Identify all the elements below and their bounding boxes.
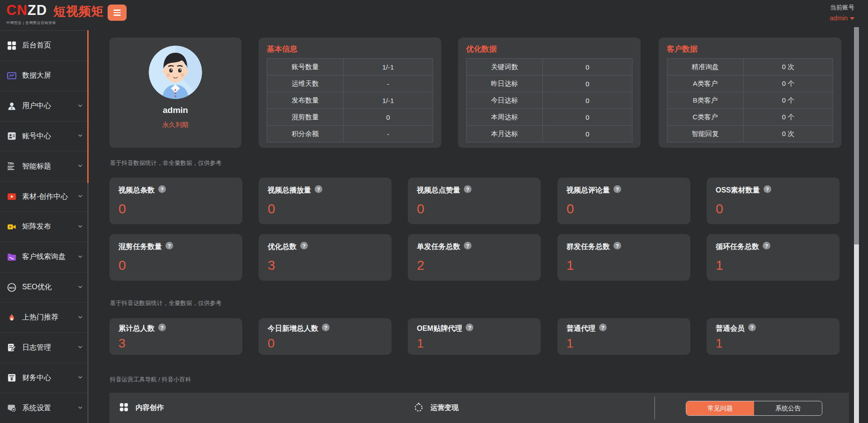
stat-card-mix-tasks: 混剪任务数量 0 <box>109 234 242 281</box>
sidebar-item-finance[interactable]: ¥ 财务中心 <box>0 363 89 393</box>
row-label: 今日达标 <box>467 92 543 109</box>
chevron-down-icon <box>77 253 83 261</box>
optimize-data-table: 关键词数0 昨日达标0 今日达标0 本周达标0 本月达标0 <box>466 58 632 142</box>
customer-leads-icon <box>6 252 17 263</box>
page-scrollbar-thumb[interactable] <box>854 244 859 423</box>
row-label: 精准询盘 <box>667 59 744 75</box>
table-row: B类客户0 个 <box>667 92 833 109</box>
card-title: 优化数据 <box>466 44 632 54</box>
help-icon[interactable] <box>764 185 771 193</box>
stat-value: 0 <box>268 201 382 216</box>
help-icon[interactable] <box>158 324 166 331</box>
help-icon[interactable] <box>322 324 330 331</box>
sidebar: 后台首页 数据大屏 用户中心 账号中心 Title 智能标题 素材-创作中心 <box>0 30 89 423</box>
help-icon[interactable] <box>464 242 472 249</box>
footer-section-label: 内容创作 <box>136 403 164 413</box>
log-icon <box>6 342 17 353</box>
stat-card-normal-members: 普通会员 1 <box>707 318 840 355</box>
row-label: 运维天数 <box>267 75 344 92</box>
stat-value: 1 <box>417 336 532 351</box>
sidebar-item-label: 矩阵发布 <box>22 222 51 231</box>
page-scrollbar[interactable] <box>854 27 859 423</box>
page: { "brand": { "logo_cn": "CN", "logo_zd":… <box>0 0 868 423</box>
sidebar-item-label: 素材-创作中心 <box>22 192 68 202</box>
avatar <box>149 46 202 99</box>
footer-section-monetization[interactable]: 运营变现 <box>413 393 458 423</box>
caret-down-icon <box>850 17 854 20</box>
help-icon[interactable] <box>763 242 770 249</box>
stat-value: 3 <box>268 258 382 273</box>
sidebar-item-label: 智能标题 <box>22 162 51 171</box>
brand-tagline: 中网智达 | 全网整合营销管家 <box>6 20 104 25</box>
row-label: 昨日达标 <box>467 75 543 92</box>
stat-card-total-users: 累计总人数 3 <box>109 318 242 355</box>
stat-card-optimize-total: 优化总数 3 <box>259 234 392 281</box>
tab-faq[interactable]: 常见问题 <box>686 401 754 415</box>
basic-info-card: 基本信息 账号数量1/-1 运维天数- 发布数量1/-1 混剪数量0 积分余额- <box>259 38 441 148</box>
menu-toggle-button[interactable] <box>108 5 127 21</box>
stat-value: 1 <box>566 336 681 351</box>
help-icon[interactable] <box>158 185 166 193</box>
stat-card-new-users-today: 今日新增总人数 0 <box>259 318 392 355</box>
help-icon[interactable] <box>464 185 472 193</box>
sidebar-item-logs[interactable]: 日志管理 <box>0 333 89 363</box>
sidebar-item-account-center[interactable]: 账号中心 <box>0 122 89 152</box>
stat-card-video-plays: 视频总播放量 0 <box>259 178 392 224</box>
row-label: A类客户 <box>667 75 744 92</box>
sidebar-scrollbar[interactable] <box>87 30 89 423</box>
sidebar-item-matrix-publish[interactable]: 矩阵发布 <box>0 212 89 242</box>
sidebar-item-label: 用户中心 <box>22 101 51 111</box>
sidebar-item-customer-leads[interactable]: 客户线索询盘 <box>0 242 89 273</box>
row-label: C类客户 <box>667 109 744 126</box>
sidebar-scrollbar-thumb[interactable] <box>87 30 89 183</box>
dashboard-icon <box>6 40 17 51</box>
account-dropdown[interactable]: admin <box>830 14 855 22</box>
stat-value: 0 <box>566 201 681 216</box>
footer-bar: 内容创作 运营变现 常见问题 系统公告 <box>109 393 849 423</box>
svg-text:Title: Title <box>8 162 14 165</box>
tab-announcements[interactable]: 系统公告 <box>754 401 822 415</box>
sidebar-item-smart-title[interactable]: Title 智能标题 <box>0 151 89 182</box>
smart-title-icon: Title <box>6 161 17 172</box>
trending-flame-icon <box>6 312 17 323</box>
sidebar-item-label: 后台首页 <box>22 41 51 50</box>
table-row: 运维天数- <box>267 75 433 92</box>
row-label: 关键词数 <box>467 59 543 75</box>
account-area: 当前账号 admin <box>830 4 855 22</box>
user-center-icon <box>6 101 17 112</box>
sidebar-item-dashboard[interactable]: 后台首页 <box>0 31 89 61</box>
sidebar-item-material-center[interactable]: 素材-创作中心 <box>0 182 89 212</box>
sidebar-item-seo[interactable]: SEO SEO优化 <box>0 273 89 303</box>
chevron-down-icon <box>77 223 83 231</box>
help-icon[interactable] <box>165 242 173 249</box>
row-value: 0 个 <box>743 109 833 126</box>
help-icon[interactable] <box>599 324 607 331</box>
stat-value: 0 <box>118 201 233 216</box>
footer-section-content-creation[interactable]: 内容创作 <box>118 393 164 423</box>
customer-data-card: 客户数据 精准询盘0 次 A类客户0 个 B类客户0 个 C类客户0 个 智能回… <box>659 38 841 148</box>
card-title: 客户数据 <box>667 44 833 54</box>
row-label: 本周达标 <box>467 109 543 126</box>
help-icon[interactable] <box>748 324 756 331</box>
stat-value: 1 <box>566 258 681 273</box>
brand-logo: CNZD 短视频矩 中网智达 | 全网整合营销管家 <box>6 3 104 25</box>
account-center-icon <box>6 131 17 141</box>
sidebar-item-data-screen[interactable]: 数据大屏 <box>0 61 89 91</box>
sidebar-item-user-center[interactable]: 用户中心 <box>0 91 89 122</box>
profile-username: admin <box>109 105 241 115</box>
help-icon[interactable] <box>300 242 308 249</box>
table-row: 智能回复0 次 <box>667 126 833 142</box>
row-label: 发布数量 <box>267 92 344 109</box>
profile-expiry: 永久到期 <box>109 121 241 129</box>
sidebar-item-trending[interactable]: 上热门推荐 <box>0 303 89 333</box>
table-row: 今日达标0 <box>467 92 632 109</box>
settings-icon <box>6 403 17 414</box>
row-value: 0 <box>343 109 433 126</box>
help-icon[interactable] <box>613 185 621 193</box>
help-icon[interactable] <box>466 324 473 331</box>
account-label: 当前账号 <box>830 4 855 12</box>
stat-card-video-likes: 视频总点赞量 0 <box>408 178 541 224</box>
sidebar-item-settings[interactable]: 系统设置 <box>0 393 89 423</box>
help-icon[interactable] <box>613 242 621 249</box>
help-icon[interactable] <box>315 185 322 193</box>
